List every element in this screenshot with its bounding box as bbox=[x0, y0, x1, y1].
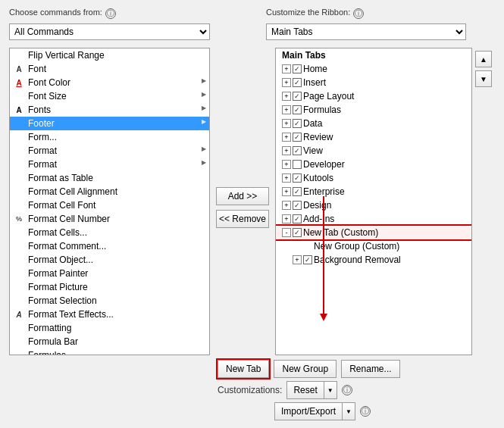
tree-item-design[interactable]: + Design bbox=[276, 198, 471, 212]
import-export-split-button[interactable]: Import/Export ▼ bbox=[274, 402, 355, 420]
expand-insert[interactable]: + bbox=[282, 78, 291, 87]
list-item[interactable]: Formula Bar bbox=[10, 335, 209, 348]
right-panel: Main Tabs + Home + Insert + bbox=[275, 45, 472, 355]
tree-item-pagelayout[interactable]: + Page Layout bbox=[276, 89, 471, 103]
import-export-info-icon: ⓘ bbox=[360, 406, 371, 417]
import-export-row: Import/Export ▼ ⓘ bbox=[218, 402, 495, 420]
expand-formulas[interactable]: + bbox=[282, 105, 291, 114]
list-item[interactable]: A Font Color ▶ bbox=[10, 76, 209, 89]
customizations-row: Customizations: Reset ▼ ⓘ bbox=[218, 381, 495, 399]
dropdowns-row: All Commands Main Tabs bbox=[9, 23, 495, 40]
tree-root: Main Tabs bbox=[276, 48, 471, 62]
tree-item-formulas[interactable]: + Formulas bbox=[276, 103, 471, 117]
tree-item-review[interactable]: + Review bbox=[276, 130, 471, 144]
list-item[interactable]: Format Cell Alignment bbox=[10, 185, 209, 198]
list-item[interactable]: Format Cells... bbox=[10, 226, 209, 239]
new-tab-button[interactable]: New Tab bbox=[218, 360, 269, 378]
check-pagelayout[interactable] bbox=[293, 92, 302, 101]
left-info-icon: ⓘ bbox=[105, 8, 116, 19]
customizations-label: Customizations: bbox=[218, 385, 282, 395]
tree-item-newtab[interactable]: - New Tab (Custom) bbox=[276, 226, 471, 239]
check-formulas[interactable] bbox=[293, 105, 302, 114]
check-view[interactable] bbox=[293, 146, 302, 155]
list-item[interactable]: Format Cell Font bbox=[10, 198, 209, 212]
list-item[interactable]: A Font bbox=[10, 62, 209, 76]
check-insert[interactable] bbox=[293, 78, 302, 87]
tree-item-view[interactable]: + View bbox=[276, 144, 471, 158]
import-export-label[interactable]: Import/Export bbox=[275, 403, 343, 420]
tree-item-data[interactable]: + Data bbox=[276, 117, 471, 130]
list-item[interactable]: Form... bbox=[10, 130, 209, 144]
remove-button[interactable]: << Remove bbox=[216, 210, 269, 228]
list-item[interactable]: Format Painter bbox=[10, 267, 209, 280]
main-action-buttons: New Tab New Group Rename... bbox=[218, 360, 495, 378]
middle-buttons: Add >> << Remove bbox=[210, 45, 275, 355]
check-data[interactable] bbox=[293, 119, 302, 128]
list-item[interactable]: % Format Cell Number bbox=[10, 212, 209, 226]
tree-item-enterprise[interactable]: + Enterprise bbox=[276, 185, 471, 198]
list-item[interactable]: Format Picture bbox=[10, 280, 209, 294]
left-dropdown[interactable]: All Commands bbox=[9, 23, 210, 40]
commands-list[interactable]: Flip Vertical Range A Font A Font Color … bbox=[9, 48, 210, 355]
list-item[interactable]: A Fonts ▶ bbox=[10, 103, 209, 117]
check-review[interactable] bbox=[293, 133, 302, 142]
check-kutools[interactable] bbox=[293, 173, 302, 183]
font-size-icon bbox=[13, 90, 25, 102]
expand-kutools[interactable]: + bbox=[282, 173, 291, 183]
list-item[interactable]: Format ▶ bbox=[10, 144, 209, 158]
expand-bgremoval[interactable]: + bbox=[293, 255, 302, 264]
expand-data[interactable]: + bbox=[282, 119, 291, 128]
list-item[interactable]: Flip Vertical Range bbox=[10, 48, 209, 62]
check-newtab[interactable] bbox=[293, 228, 302, 237]
tree-item-addins[interactable]: + Add-Ins bbox=[276, 212, 471, 226]
formulas1-icon bbox=[13, 349, 25, 355]
reset-dropdown-arrow[interactable]: ▼ bbox=[324, 382, 337, 398]
expand-addins[interactable]: + bbox=[282, 214, 291, 223]
add-button[interactable]: Add >> bbox=[216, 187, 269, 205]
tree-item-newgroup[interactable]: New Group (Custom) bbox=[276, 239, 471, 253]
expand-enterprise[interactable]: + bbox=[282, 187, 291, 196]
tree-item-developer[interactable]: + Developer bbox=[276, 158, 471, 171]
new-group-button[interactable]: New Group bbox=[274, 360, 337, 378]
tree-item-home[interactable]: + Home bbox=[276, 62, 471, 76]
fonts-icon: A bbox=[13, 104, 25, 116]
right-dropdown[interactable]: Main Tabs bbox=[266, 23, 466, 40]
check-home[interactable] bbox=[293, 64, 302, 73]
tree-item-kutools[interactable]: + Kutools bbox=[276, 171, 471, 185]
list-item[interactable]: Format ▶ bbox=[10, 158, 209, 171]
move-down-button[interactable]: ▼ bbox=[475, 70, 492, 87]
list-item[interactable]: Format Comment... bbox=[10, 239, 209, 253]
list-item[interactable]: Formatting bbox=[10, 321, 209, 335]
expand-pagelayout[interactable]: + bbox=[282, 92, 291, 101]
check-design[interactable] bbox=[293, 201, 302, 210]
tree-item-insert[interactable]: + Insert bbox=[276, 76, 471, 89]
list-item[interactable]: Font Size ▶ bbox=[10, 89, 209, 103]
form-icon bbox=[13, 131, 25, 143]
list-item[interactable]: Format Object... bbox=[10, 253, 209, 267]
expand-view[interactable]: + bbox=[282, 146, 291, 155]
format-text-effects-icon: A bbox=[13, 308, 25, 320]
list-item[interactable]: Formulas bbox=[10, 348, 209, 355]
check-developer[interactable] bbox=[293, 160, 302, 169]
check-enterprise[interactable] bbox=[293, 187, 302, 196]
format2-icon bbox=[13, 158, 25, 170]
reset-label[interactable]: Reset bbox=[287, 382, 324, 398]
ribbon-tree[interactable]: Main Tabs + Home + Insert + bbox=[275, 48, 472, 355]
expand-home[interactable]: + bbox=[282, 64, 291, 73]
tree-item-bgremoval[interactable]: + Background Removal bbox=[276, 253, 471, 267]
reset-split-button[interactable]: Reset ▼ bbox=[286, 381, 337, 399]
list-item[interactable]: Format as Table bbox=[10, 171, 209, 185]
list-item[interactable]: Format Selection bbox=[10, 294, 209, 308]
expand-developer[interactable]: + bbox=[282, 160, 291, 169]
move-up-button[interactable]: ▲ bbox=[475, 51, 492, 67]
import-export-dropdown-arrow[interactable]: ▼ bbox=[343, 403, 355, 420]
expand-design[interactable]: + bbox=[282, 201, 291, 210]
list-item-footer[interactable]: Footer ▶ bbox=[10, 117, 209, 130]
check-bgremoval[interactable] bbox=[303, 255, 312, 264]
rename-button[interactable]: Rename... bbox=[341, 360, 399, 378]
expand-newtab[interactable]: - bbox=[282, 228, 291, 237]
main-panels: Flip Vertical Range A Font A Font Color … bbox=[9, 45, 495, 355]
list-item[interactable]: A Format Text Effects... bbox=[10, 308, 209, 321]
check-addins[interactable] bbox=[293, 214, 302, 223]
expand-review[interactable]: + bbox=[282, 133, 291, 142]
